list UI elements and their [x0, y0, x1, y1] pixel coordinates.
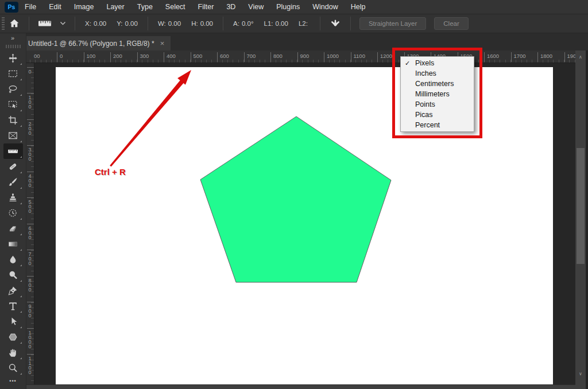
document-tab[interactable]: Untitled-1 @ 66.7% (Polygon 1, RGB/8) * … [22, 36, 171, 50]
scroll-down-icon[interactable]: ∨ [575, 367, 586, 380]
clone-stamp-tool-button[interactable] [3, 190, 23, 205]
toolbar-grip[interactable] [6, 44, 21, 49]
v-ruler-label: 300 [27, 145, 34, 161]
separator [148, 17, 148, 30]
field-h[interactable]: H:0.00 [191, 20, 213, 27]
v-ruler-label: 700 [27, 250, 34, 265]
spot-healing-brush-tool-button[interactable] [3, 159, 23, 174]
menu-window[interactable]: Window [306, 0, 344, 14]
document-title: Untitled-1 @ 66.7% (Polygon 1, RGB/8) * [28, 40, 154, 48]
menu-view[interactable]: View [242, 0, 270, 14]
menu-layer[interactable]: Layer [100, 0, 130, 14]
horizontal-ruler[interactable]: 0001002003004005006007008009001000110012… [26, 50, 575, 63]
v-ruler-label: 500 [27, 197, 34, 213]
type-tool-button[interactable] [3, 298, 23, 314]
shortcut-annotation: Ctrl + R [95, 167, 126, 177]
blur-tool-button[interactable] [3, 252, 23, 267]
brush-tool-button[interactable] [3, 174, 23, 190]
h-ruler-label: 1600 [484, 52, 499, 62]
menu-type[interactable]: Type [131, 0, 159, 14]
document-tab-bar: Untitled-1 @ 66.7% (Polygon 1, RGB/8) * … [26, 33, 588, 50]
zoom-tool-button[interactable] [3, 360, 23, 376]
menu-items: FileEditImageLayerTypeSelectFilter3DView… [18, 0, 372, 14]
menu-file[interactable]: File [18, 0, 42, 14]
history-brush-tool-button[interactable] [3, 205, 23, 221]
v-ruler-label: 100 [27, 93, 34, 108]
unit-menu-item-pixels[interactable]: ✓Pixels [401, 58, 474, 68]
menu-filter[interactable]: Filter [192, 0, 220, 14]
h-ruler-label: 00 [32, 52, 40, 62]
separator [223, 17, 223, 30]
tab-close-icon[interactable]: × [160, 39, 165, 48]
vertical-scrollbar-thumb[interactable] [577, 148, 585, 264]
move-tool-button[interactable] [3, 50, 23, 66]
separator [350, 17, 351, 30]
photoshop-window: Ps FileEditImageLayerTypeSelectFilter3DV… [0, 0, 588, 389]
h-ruler-label: 200 [110, 52, 122, 62]
separator [29, 17, 29, 30]
hand-tool-button[interactable] [3, 345, 23, 360]
object-selection-tool-button[interactable] [3, 97, 23, 112]
rectangular-marquee-tool-button[interactable] [3, 66, 23, 81]
chevron-down-icon[interactable] [56, 14, 70, 33]
ruler-units-menu: ✓PixelsInchesCentimetersMillimetersPoint… [400, 56, 474, 132]
menu-edit[interactable]: Edit [42, 0, 68, 14]
field-a[interactable]: A:0.0° [233, 20, 253, 27]
horizontal-scrollbar[interactable] [26, 384, 575, 389]
canvas-content [56, 67, 553, 384]
ruler-tool-button[interactable] [3, 143, 23, 159]
v-ruler-label: 800 [27, 276, 34, 291]
unit-menu-item-millimeters[interactable]: Millimeters [401, 89, 474, 99]
vertical-scrollbar[interactable]: ∧ ∨ [575, 50, 586, 384]
ruler-tool-preset-icon[interactable] [34, 14, 56, 33]
separator [75, 17, 75, 30]
toolbar-expand-icon[interactable]: » [11, 33, 15, 42]
h-ruler-label: 100 [84, 52, 96, 62]
h-ruler-label: 300 [137, 52, 149, 62]
eraser-tool-button[interactable] [3, 221, 23, 236]
straighten-layer-button[interactable]: Straighten Layer [359, 17, 426, 30]
menu-image[interactable]: Image [68, 0, 100, 14]
polygon-shape-tool-button[interactable] [3, 329, 23, 345]
measurement-fields: X:0.00Y:0.00W:0.00H:0.00A:0.0°L1:0.00L2: [80, 17, 315, 30]
h-ruler-label: 1900 [564, 52, 576, 62]
path-selection-tool-button[interactable] [3, 314, 23, 329]
unit-menu-item-picas[interactable]: Picas [401, 110, 474, 120]
menu-select[interactable]: Select [159, 0, 192, 14]
field-l2[interactable]: L2: [299, 20, 310, 27]
home-button[interactable] [5, 14, 24, 33]
unit-menu-item-inches[interactable]: Inches [401, 68, 474, 79]
level-icon[interactable] [325, 14, 346, 33]
h-ruler-label: 400 [164, 52, 176, 62]
field-x[interactable]: X:0.00 [85, 20, 106, 27]
unit-menu-item-centimeters[interactable]: Centimeters [401, 79, 474, 89]
tools-panel: » ••• [0, 33, 26, 389]
v-ruler-label: 200 [27, 119, 34, 135]
gradient-tool-button[interactable] [3, 236, 23, 252]
h-ruler-label: 800 [270, 52, 283, 62]
field-l1[interactable]: L1:0.00 [264, 20, 288, 27]
dodge-tool-button[interactable] [3, 267, 23, 283]
pen-tool-button[interactable] [3, 283, 23, 298]
clear-button[interactable]: Clear [434, 17, 468, 30]
unit-menu-item-percent[interactable]: Percent [401, 120, 474, 130]
field-w[interactable]: W:0.00 [158, 20, 181, 27]
h-ruler-label: 1200 [377, 52, 392, 62]
h-ruler-label: 1800 [537, 52, 552, 62]
h-ruler-label: 1700 [511, 52, 526, 62]
more-tools-icon[interactable]: ••• [9, 376, 16, 386]
menu-plugins[interactable]: Plugins [270, 0, 306, 14]
frame-tool-button[interactable] [3, 128, 23, 143]
unit-menu-item-points[interactable]: Points [401, 99, 474, 110]
options-bar: X:0.00Y:0.00W:0.00H:0.00A:0.0°L1:0.00L2:… [0, 14, 588, 33]
document-canvas[interactable] [56, 67, 553, 384]
crop-tool-button[interactable] [3, 112, 23, 128]
h-ruler-label: 1100 [351, 52, 365, 62]
menu-3d[interactable]: 3D [220, 0, 242, 14]
menu-help[interactable]: Help [345, 0, 372, 14]
menu-bar: Ps FileEditImageLayerTypeSelectFilter3DV… [0, 0, 588, 14]
scroll-up-icon[interactable]: ∧ [575, 50, 586, 63]
lasso-tool-button[interactable] [3, 81, 23, 97]
vertical-ruler[interactable]: 010020030040050060070080090010001100 [26, 63, 34, 384]
field-y[interactable]: Y:0.00 [117, 20, 138, 27]
